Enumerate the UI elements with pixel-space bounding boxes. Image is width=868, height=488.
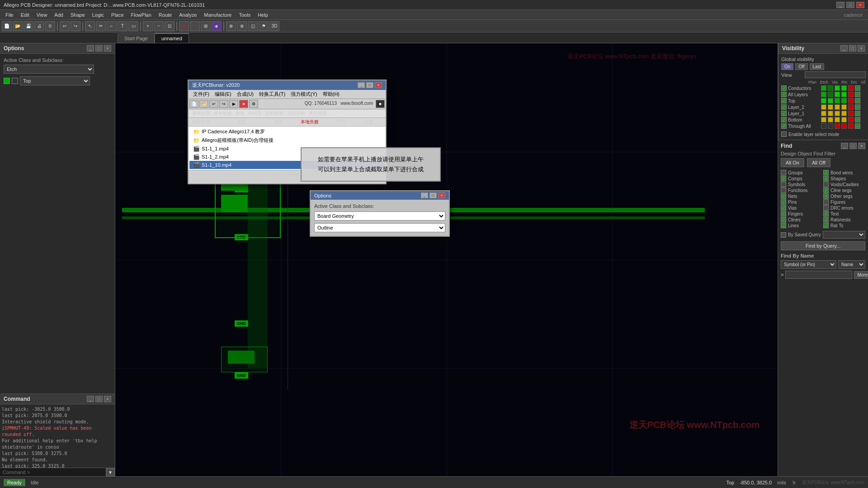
saved-query-select[interactable] xyxy=(823,231,865,239)
nav-other[interactable]: 其它设置 xyxy=(309,110,327,117)
menu-manufacture[interactable]: Manufacture xyxy=(200,11,235,19)
print-tool[interactable]: 🖨 xyxy=(34,21,44,31)
text-tool[interactable]: T xyxy=(118,21,127,31)
drc-check[interactable] xyxy=(823,205,829,211)
color-tool[interactable]: ◈ xyxy=(212,21,222,31)
undo-tool[interactable]: ↩ xyxy=(60,21,70,31)
sub-dialog-close[interactable]: × xyxy=(438,192,445,198)
ratsnests-check[interactable]: ✓ xyxy=(823,217,829,222)
menu-view[interactable]: View xyxy=(33,11,51,19)
zoom-fit-tool[interactable]: ⊡ xyxy=(165,21,175,31)
wire-tool[interactable]: ⌐ xyxy=(107,21,117,31)
drc-tool[interactable]: ⚑ xyxy=(259,21,269,31)
menu-file[interactable]: File xyxy=(2,11,17,19)
nav-subtitle[interactable]: 申错字 xyxy=(248,110,262,117)
bottom-check[interactable]: ✓ xyxy=(781,117,787,122)
dialog-minimize[interactable]: _ xyxy=(358,82,365,88)
layer2-all-check[interactable]: ✓ xyxy=(855,104,860,110)
conductors-c3[interactable] xyxy=(835,85,840,91)
functions-check[interactable] xyxy=(781,188,786,193)
layer-tool[interactable]: ⊞ xyxy=(201,21,211,31)
menu-flowplan[interactable]: FlowPlan xyxy=(127,11,155,19)
more-btn[interactable]: More... xyxy=(854,271,868,279)
command-restore[interactable]: □ xyxy=(95,396,103,402)
maximize-button[interactable]: □ xyxy=(846,2,854,8)
lines-check[interactable]: ✓ xyxy=(781,223,786,228)
nav-timed[interactable]: 定时制剪 xyxy=(265,110,283,117)
options-close[interactable]: × xyxy=(104,45,111,52)
via-tool[interactable]: ⊕ xyxy=(226,21,236,31)
sub-options-dialog[interactable]: Options _ □ × Active Class and Subclass:… xyxy=(310,190,450,237)
zoom-in-tool[interactable]: + xyxy=(143,21,153,31)
dtool-3[interactable]: ↩ xyxy=(209,100,218,108)
select-tool[interactable]: ↖ xyxy=(85,21,95,31)
find-minimize[interactable]: _ xyxy=(841,143,848,149)
comps-check[interactable]: ✓ xyxy=(781,176,786,181)
sub-dialog-sub-dropdown[interactable]: Outline xyxy=(314,223,445,232)
circle-tool[interactable]: ● xyxy=(179,21,189,31)
sub-dialog-restore[interactable]: □ xyxy=(429,192,437,198)
menu-place[interactable]: Place xyxy=(108,11,127,19)
dialog-menu-convert[interactable]: 转换工具(T) xyxy=(256,90,288,98)
nav-shortcut[interactable]: 多剪辑板 xyxy=(214,110,232,117)
through-check[interactable]: ✓ xyxy=(781,123,787,129)
list-item-1[interactable]: 📁 IP Cadence Allegro17.4 教罗 xyxy=(189,127,385,136)
menu-edit[interactable]: Edit xyxy=(17,11,33,19)
layer1-all-check[interactable]: ✓ xyxy=(855,111,860,116)
dtool-5[interactable]: ▶ xyxy=(229,100,238,108)
tab-unnamed[interactable]: unnamed xyxy=(155,33,189,43)
cline-segs-check[interactable]: ✓ xyxy=(823,188,829,193)
new-tool[interactable]: 📄 xyxy=(2,21,12,31)
groups-check[interactable] xyxy=(781,170,786,175)
dtool-2[interactable]: 📂 xyxy=(199,100,208,108)
visibility-restore[interactable]: □ xyxy=(849,45,856,52)
conductors-all-check[interactable]: ✓ xyxy=(855,85,860,91)
dtool-4[interactable]: ↪ xyxy=(219,100,228,108)
conductors-c2[interactable] xyxy=(828,85,833,91)
symbol-or-pin-select[interactable]: Symbol (or Pin) xyxy=(781,260,836,269)
canvas-area[interactable]: GND GND GND GND 逆天PCBlunar: v2020 xyxy=(115,43,778,476)
menu-shape[interactable]: Shape xyxy=(67,11,89,19)
all-c1[interactable] xyxy=(821,92,826,97)
dialog-menu-edit[interactable]: 编辑(E) xyxy=(212,90,234,98)
save-tool[interactable]: 💾 xyxy=(24,21,33,31)
pins-check[interactable]: ✓ xyxy=(781,199,786,205)
bond-wires-check[interactable]: ✓ xyxy=(823,170,829,175)
l2-c3[interactable] xyxy=(835,104,840,110)
zoom-out-tool[interactable]: − xyxy=(154,21,164,31)
bottom-all-check[interactable]: ✓ xyxy=(855,117,860,122)
global-vis-last[interactable]: Last xyxy=(810,63,825,70)
copy-tool[interactable]: ⎘ xyxy=(45,21,55,31)
l2-c2[interactable] xyxy=(828,104,833,110)
class-dropdown[interactable]: Etch xyxy=(4,65,94,74)
enable-layer-check[interactable] xyxy=(781,131,787,137)
find-close[interactable]: × xyxy=(858,143,865,149)
visibility-close[interactable]: × xyxy=(858,45,865,52)
l2-c4[interactable] xyxy=(841,104,847,110)
close-button[interactable]: × xyxy=(856,2,864,8)
list-item-2[interactable]: 📁 Allegro超模模板(带AID)合理链接 xyxy=(189,136,385,145)
l1-c4[interactable] xyxy=(841,111,847,116)
top-c5[interactable] xyxy=(848,98,854,103)
visibility-minimize[interactable]: _ xyxy=(840,45,848,52)
all-c5[interactable] xyxy=(848,92,854,97)
layer1-check[interactable]: ✓ xyxy=(781,111,787,116)
dialog-menu-file[interactable]: 文件(F) xyxy=(190,90,212,98)
menu-analyze[interactable]: Analyze xyxy=(175,11,200,19)
l1-c3[interactable] xyxy=(835,111,840,116)
conductors-c1[interactable] xyxy=(821,85,826,91)
clines-check[interactable]: ✓ xyxy=(781,217,786,222)
menu-help[interactable]: Help xyxy=(254,11,272,19)
menu-route[interactable]: Route xyxy=(155,11,175,19)
conductors-c5[interactable] xyxy=(848,85,854,91)
conductors-check[interactable]: ✓ xyxy=(781,85,787,91)
bot-c4[interactable] xyxy=(841,117,847,122)
symbols-check[interactable] xyxy=(781,182,786,187)
find-all-off[interactable]: All Off xyxy=(807,158,830,167)
dtool-1[interactable]: 📄 xyxy=(189,100,198,108)
dtool-6[interactable]: ● xyxy=(239,100,248,108)
top-check[interactable]: ✓ xyxy=(781,98,787,103)
options-restore[interactable]: □ xyxy=(95,45,103,52)
name-select[interactable]: Name xyxy=(838,260,865,269)
open-tool[interactable]: 📂 xyxy=(13,21,23,31)
